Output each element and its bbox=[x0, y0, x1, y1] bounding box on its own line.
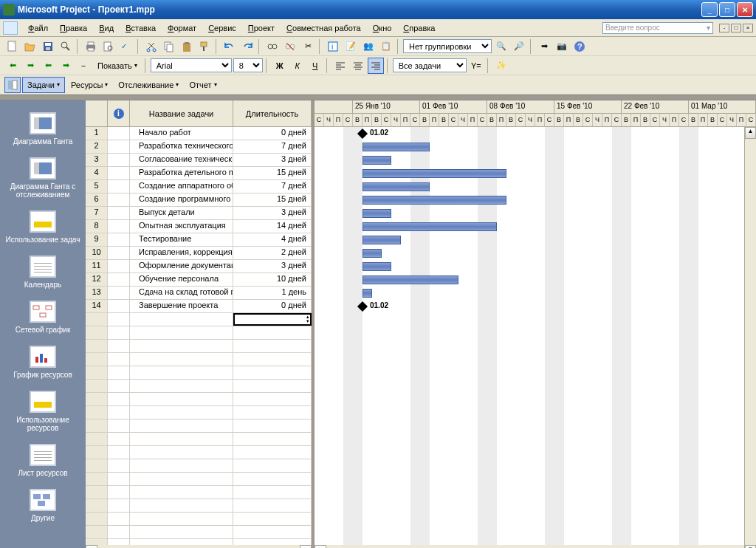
align-right-icon[interactable] bbox=[368, 58, 384, 74]
table-row[interactable]: 3Согласование техническ3 дней bbox=[86, 154, 312, 167]
table-row[interactable]: 13Сдача на склад готовой п1 день bbox=[86, 287, 312, 300]
mdi-minimize[interactable]: - bbox=[719, 24, 729, 32]
new-icon[interactable] bbox=[4, 38, 21, 55]
link-icon[interactable] bbox=[264, 38, 281, 55]
table-row[interactable]: 10Исправления, коррекция2 дней bbox=[86, 247, 312, 260]
menu-tools[interactable]: Сервис bbox=[202, 22, 242, 34]
view-gantt[interactable]: Диаграмма Ганта bbox=[0, 108, 86, 153]
gantt-hscroll[interactable]: ◄► bbox=[315, 545, 756, 548]
unlink-icon[interactable] bbox=[282, 38, 298, 55]
grouping-select[interactable]: Нет группировки bbox=[403, 39, 492, 53]
view-tracking-gantt[interactable]: Диаграмма Ганта с отслеживанием bbox=[0, 153, 86, 206]
publish-icon[interactable]: 📋 bbox=[378, 38, 394, 55]
menu-file[interactable]: Файл bbox=[22, 22, 54, 34]
indent-icon[interactable]: ➡ bbox=[58, 58, 74, 74]
copy-picture-icon[interactable]: 📷 bbox=[554, 38, 570, 55]
cut-icon[interactable] bbox=[143, 38, 159, 55]
table-row[interactable]: 7Выпуск детали3 дней bbox=[86, 207, 312, 220]
maximize-button[interactable]: □ bbox=[719, 2, 735, 17]
forward-arrow-icon[interactable]: ➡ bbox=[22, 58, 38, 74]
bold-icon[interactable]: Ж bbox=[272, 58, 288, 74]
zoom-out-icon[interactable]: 🔍 bbox=[493, 38, 509, 55]
view-network[interactable]: Сетевой график bbox=[0, 296, 86, 341]
copy-icon[interactable] bbox=[161, 38, 177, 55]
table-row[interactable]: 8Опытная эксплуатация14 дней bbox=[86, 220, 312, 233]
gantt-vscroll[interactable]: ▲▼ bbox=[744, 127, 756, 548]
view-calendar[interactable]: Календарь bbox=[0, 251, 86, 296]
autofilter-icon[interactable]: Y= bbox=[468, 58, 484, 74]
menu-window[interactable]: Окно bbox=[367, 22, 398, 34]
align-center-icon[interactable] bbox=[350, 58, 366, 74]
svg-rect-52 bbox=[43, 494, 50, 499]
tab-tracking[interactable]: Отслеживание ▾ bbox=[114, 77, 183, 93]
table-row[interactable]: 4Разработка детельного п15 дней bbox=[86, 167, 312, 180]
tab-report[interactable]: Отчет ▾ bbox=[185, 77, 221, 93]
app-menu-icon[interactable] bbox=[3, 21, 18, 35]
view-resource-usage[interactable]: Использование ресурсов bbox=[0, 386, 86, 439]
paste-icon[interactable] bbox=[179, 38, 195, 55]
assign-icon[interactable]: 👥 bbox=[360, 38, 377, 55]
help-icon[interactable]: ? bbox=[571, 38, 588, 55]
table-row[interactable]: 6Создание программного15 дней bbox=[86, 193, 312, 207]
split-task-icon[interactable]: ✂ bbox=[300, 38, 316, 55]
duration-column-header[interactable]: Длительность bbox=[233, 100, 312, 126]
taskpane-icon[interactable] bbox=[4, 77, 21, 93]
menu-project[interactable]: Проект bbox=[242, 22, 281, 34]
search-icon[interactable] bbox=[58, 38, 74, 55]
info-column-header[interactable]: i bbox=[108, 100, 130, 126]
font-select[interactable]: Arial bbox=[151, 58, 232, 72]
table-row[interactable]: 1Начало работ0 дней bbox=[86, 127, 312, 140]
filter-select[interactable]: Все задачи bbox=[393, 58, 467, 72]
print-preview-icon[interactable] bbox=[100, 38, 117, 55]
redo-icon[interactable] bbox=[239, 38, 255, 55]
menu-help[interactable]: Справка bbox=[397, 22, 441, 34]
menu-edit[interactable]: Правка bbox=[54, 22, 93, 34]
outdent-icon[interactable]: ⬅ bbox=[40, 58, 56, 74]
italic-icon[interactable]: К bbox=[289, 58, 306, 74]
collapse-icon[interactable]: − bbox=[75, 58, 92, 74]
help-search-input[interactable]: Введите вопрос ▾ bbox=[602, 22, 713, 34]
spellcheck-icon[interactable]: ✓ bbox=[118, 38, 134, 55]
view-resource-graph[interactable]: График ресурсов bbox=[0, 341, 86, 386]
menu-insert[interactable]: Вставка bbox=[120, 22, 162, 34]
show-outline-button[interactable]: Показать ▾ bbox=[93, 58, 142, 74]
mdi-restore[interactable]: □ bbox=[731, 24, 741, 32]
table-row[interactable]: 11Оформление документац3 дней bbox=[86, 260, 312, 273]
align-left-icon[interactable] bbox=[332, 58, 348, 74]
table-row[interactable]: 12Обучение персонала10 дней bbox=[86, 273, 312, 287]
wizard-icon[interactable]: ✨ bbox=[493, 58, 509, 74]
back-arrow-icon[interactable]: ⬅ bbox=[4, 58, 21, 74]
format-painter-icon[interactable] bbox=[196, 38, 213, 55]
view-resource-sheet[interactable]: Лист ресурсов bbox=[0, 439, 86, 484]
fontsize-select[interactable]: 8 bbox=[233, 58, 263, 72]
table-hscroll[interactable]: ◄► bbox=[86, 545, 312, 548]
name-column-header[interactable]: Название задачи bbox=[130, 100, 233, 126]
undo-icon[interactable] bbox=[221, 38, 238, 55]
view-task-usage[interactable]: Использование задач bbox=[0, 206, 86, 251]
svg-line-5 bbox=[66, 47, 69, 50]
open-icon[interactable] bbox=[22, 38, 38, 55]
menu-collab[interactable]: Совместная работа bbox=[281, 22, 367, 34]
task-notes-icon[interactable]: 📝 bbox=[343, 38, 359, 55]
minimize-button[interactable]: _ bbox=[701, 2, 718, 17]
mdi-close[interactable]: × bbox=[743, 24, 753, 32]
menu-bar: Файл Правка Вид Вставка Формат Сервис Пр… bbox=[0, 19, 756, 37]
table-row[interactable]: 5Создание аппаратного об7 дней bbox=[86, 180, 312, 193]
tab-tasks[interactable]: Задачи ▾ bbox=[22, 77, 65, 93]
save-icon[interactable] bbox=[40, 38, 56, 55]
menu-view[interactable]: Вид bbox=[93, 22, 120, 34]
menu-format[interactable]: Формат bbox=[162, 22, 202, 34]
close-button[interactable]: ✕ bbox=[737, 2, 753, 17]
table-row[interactable]: 9Тестирование4 дней bbox=[86, 233, 312, 247]
goto-task-icon[interactable]: ➡ bbox=[536, 38, 552, 55]
task-info-icon[interactable]: i bbox=[325, 38, 341, 55]
svg-point-23 bbox=[272, 44, 277, 49]
tab-resources[interactable]: Ресурсы ▾ bbox=[66, 77, 112, 93]
table-row[interactable]: 2Разработка технического7 дней bbox=[86, 140, 312, 154]
zoom-in-icon[interactable]: 🔎 bbox=[511, 38, 527, 55]
underline-icon[interactable]: Ч bbox=[307, 58, 323, 74]
view-other[interactable]: Другие bbox=[0, 484, 86, 530]
table-row[interactable]: 14Завершение проекта0 дней bbox=[86, 300, 312, 313]
print-icon[interactable] bbox=[83, 38, 99, 55]
select-all-header[interactable] bbox=[86, 100, 108, 126]
